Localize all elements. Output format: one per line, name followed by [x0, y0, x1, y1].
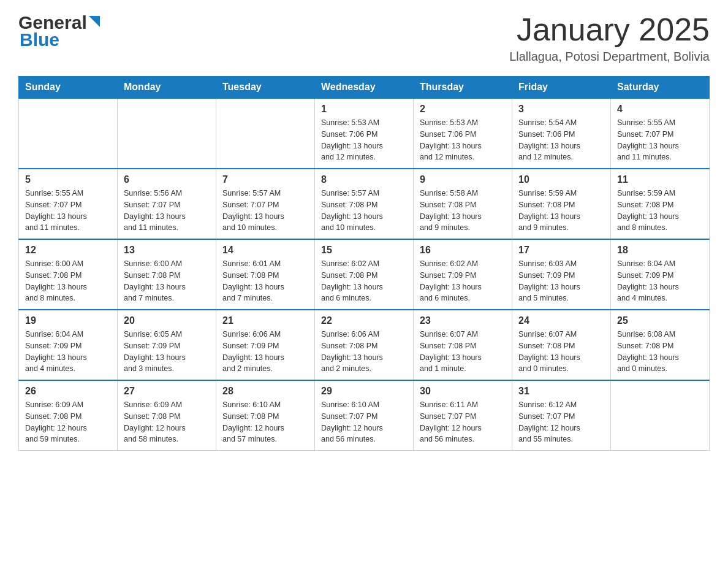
day-number: 24 — [518, 315, 604, 326]
calendar-cell: 9Sunrise: 5:58 AM Sunset: 7:08 PM Daylig… — [414, 169, 512, 239]
day-number: 28 — [222, 386, 308, 397]
day-number: 23 — [420, 315, 506, 326]
calendar-day-header-sunday: Sunday — [19, 77, 118, 99]
day-info: Sunrise: 6:00 AM Sunset: 7:08 PM Dayligh… — [124, 258, 210, 304]
day-info: Sunrise: 5:59 AM Sunset: 7:08 PM Dayligh… — [518, 188, 604, 234]
calendar-cell: 18Sunrise: 6:04 AM Sunset: 7:09 PM Dayli… — [611, 239, 710, 310]
day-number: 21 — [222, 315, 308, 326]
day-info: Sunrise: 6:07 AM Sunset: 7:08 PM Dayligh… — [420, 329, 506, 375]
calendar-cell: 10Sunrise: 5:59 AM Sunset: 7:08 PM Dayli… — [512, 169, 611, 239]
day-number: 20 — [124, 315, 210, 326]
calendar-cell — [216, 98, 315, 169]
calendar-day-header-saturday: Saturday — [611, 77, 710, 99]
day-info: Sunrise: 5:53 AM Sunset: 7:06 PM Dayligh… — [420, 117, 506, 163]
day-number: 4 — [617, 104, 703, 115]
calendar-cell: 29Sunrise: 6:10 AM Sunset: 7:07 PM Dayli… — [315, 380, 414, 451]
calendar-table: SundayMondayTuesdayWednesdayThursdayFrid… — [18, 76, 710, 451]
day-number: 5 — [25, 174, 111, 185]
day-number: 3 — [518, 104, 604, 115]
calendar-cell: 8Sunrise: 5:57 AM Sunset: 7:08 PM Daylig… — [315, 169, 414, 239]
day-info: Sunrise: 6:05 AM Sunset: 7:09 PM Dayligh… — [124, 329, 210, 375]
day-info: Sunrise: 6:06 AM Sunset: 7:08 PM Dayligh… — [321, 329, 407, 375]
day-number: 22 — [321, 315, 407, 326]
calendar-cell: 22Sunrise: 6:06 AM Sunset: 7:08 PM Dayli… — [315, 310, 414, 380]
calendar-week-row: 5Sunrise: 5:55 AM Sunset: 7:07 PM Daylig… — [19, 169, 710, 239]
calendar-cell: 25Sunrise: 6:08 AM Sunset: 7:08 PM Dayli… — [611, 310, 710, 380]
day-number: 30 — [420, 386, 506, 397]
day-number: 2 — [420, 104, 506, 115]
calendar-cell: 3Sunrise: 5:54 AM Sunset: 7:06 PM Daylig… — [512, 98, 611, 169]
day-info: Sunrise: 6:09 AM Sunset: 7:08 PM Dayligh… — [124, 399, 210, 445]
day-number: 18 — [617, 245, 703, 256]
day-number: 17 — [518, 245, 604, 256]
calendar-cell: 6Sunrise: 5:56 AM Sunset: 7:07 PM Daylig… — [118, 169, 216, 239]
calendar-cell: 1Sunrise: 5:53 AM Sunset: 7:06 PM Daylig… — [315, 98, 414, 169]
calendar-cell: 19Sunrise: 6:04 AM Sunset: 7:09 PM Dayli… — [19, 310, 118, 380]
day-info: Sunrise: 6:07 AM Sunset: 7:08 PM Dayligh… — [518, 329, 604, 375]
calendar-cell: 2Sunrise: 5:53 AM Sunset: 7:06 PM Daylig… — [414, 98, 512, 169]
day-number: 12 — [25, 245, 111, 256]
calendar-cell: 28Sunrise: 6:10 AM Sunset: 7:08 PM Dayli… — [216, 380, 315, 451]
day-number: 15 — [321, 245, 407, 256]
day-number: 11 — [617, 174, 703, 185]
calendar-day-header-friday: Friday — [512, 77, 611, 99]
day-info: Sunrise: 5:55 AM Sunset: 7:07 PM Dayligh… — [617, 117, 703, 163]
day-info: Sunrise: 6:01 AM Sunset: 7:08 PM Dayligh… — [222, 258, 308, 304]
month-title: January 2025 — [509, 12, 710, 47]
day-number: 8 — [321, 174, 407, 185]
day-info: Sunrise: 6:12 AM Sunset: 7:07 PM Dayligh… — [518, 399, 604, 445]
calendar-day-header-tuesday: Tuesday — [216, 77, 315, 99]
day-info: Sunrise: 6:10 AM Sunset: 7:08 PM Dayligh… — [222, 399, 308, 445]
svg-marker-0 — [89, 16, 100, 27]
calendar-day-header-monday: Monday — [118, 77, 216, 99]
day-number: 1 — [321, 104, 407, 115]
day-info: Sunrise: 5:59 AM Sunset: 7:08 PM Dayligh… — [617, 188, 703, 234]
location-subtitle: Llallagua, Potosi Department, Bolivia — [509, 50, 710, 64]
day-info: Sunrise: 6:03 AM Sunset: 7:09 PM Dayligh… — [518, 258, 604, 304]
day-info: Sunrise: 5:53 AM Sunset: 7:06 PM Dayligh… — [321, 117, 407, 163]
day-info: Sunrise: 6:09 AM Sunset: 7:08 PM Dayligh… — [25, 399, 111, 445]
calendar-cell: 13Sunrise: 6:00 AM Sunset: 7:08 PM Dayli… — [118, 239, 216, 310]
calendar-cell — [19, 98, 118, 169]
calendar-cell: 7Sunrise: 5:57 AM Sunset: 7:07 PM Daylig… — [216, 169, 315, 239]
day-info: Sunrise: 6:02 AM Sunset: 7:08 PM Dayligh… — [321, 258, 407, 304]
day-number: 25 — [617, 315, 703, 326]
calendar-week-row: 19Sunrise: 6:04 AM Sunset: 7:09 PM Dayli… — [19, 310, 710, 380]
calendar-cell: 12Sunrise: 6:00 AM Sunset: 7:08 PM Dayli… — [19, 239, 118, 310]
calendar-cell: 20Sunrise: 6:05 AM Sunset: 7:09 PM Dayli… — [118, 310, 216, 380]
calendar-cell: 31Sunrise: 6:12 AM Sunset: 7:07 PM Dayli… — [512, 380, 611, 451]
calendar-cell: 5Sunrise: 5:55 AM Sunset: 7:07 PM Daylig… — [19, 169, 118, 239]
day-number: 10 — [518, 174, 604, 185]
calendar-cell: 21Sunrise: 6:06 AM Sunset: 7:09 PM Dayli… — [216, 310, 315, 380]
calendar-cell: 16Sunrise: 6:02 AM Sunset: 7:09 PM Dayli… — [414, 239, 512, 310]
calendar-day-header-wednesday: Wednesday — [315, 77, 414, 99]
day-number: 31 — [518, 386, 604, 397]
day-info: Sunrise: 6:04 AM Sunset: 7:09 PM Dayligh… — [617, 258, 703, 304]
day-number: 14 — [222, 245, 308, 256]
page-header: General Blue January 2025 Llallagua, Pot… — [18, 12, 710, 64]
calendar-cell: 26Sunrise: 6:09 AM Sunset: 7:08 PM Dayli… — [19, 380, 118, 451]
calendar-cell: 17Sunrise: 6:03 AM Sunset: 7:09 PM Dayli… — [512, 239, 611, 310]
calendar-cell: 14Sunrise: 6:01 AM Sunset: 7:08 PM Dayli… — [216, 239, 315, 310]
day-number: 9 — [420, 174, 506, 185]
calendar-day-header-thursday: Thursday — [414, 77, 512, 99]
logo-blue-text: Blue — [20, 29, 59, 50]
day-info: Sunrise: 6:02 AM Sunset: 7:09 PM Dayligh… — [420, 258, 506, 304]
logo: General Blue — [18, 12, 101, 50]
day-info: Sunrise: 6:06 AM Sunset: 7:09 PM Dayligh… — [222, 329, 308, 375]
day-number: 13 — [124, 245, 210, 256]
day-info: Sunrise: 5:57 AM Sunset: 7:07 PM Dayligh… — [222, 188, 308, 234]
calendar-cell: 24Sunrise: 6:07 AM Sunset: 7:08 PM Dayli… — [512, 310, 611, 380]
day-number: 7 — [222, 174, 308, 185]
calendar-cell: 15Sunrise: 6:02 AM Sunset: 7:08 PM Dayli… — [315, 239, 414, 310]
calendar-cell — [118, 98, 216, 169]
calendar-week-row: 12Sunrise: 6:00 AM Sunset: 7:08 PM Dayli… — [19, 239, 710, 310]
calendar-cell — [611, 380, 710, 451]
day-info: Sunrise: 6:10 AM Sunset: 7:07 PM Dayligh… — [321, 399, 407, 445]
day-number: 6 — [124, 174, 210, 185]
day-info: Sunrise: 6:11 AM Sunset: 7:07 PM Dayligh… — [420, 399, 506, 445]
day-info: Sunrise: 5:54 AM Sunset: 7:06 PM Dayligh… — [518, 117, 604, 163]
day-number: 29 — [321, 386, 407, 397]
day-info: Sunrise: 5:55 AM Sunset: 7:07 PM Dayligh… — [25, 188, 111, 234]
day-info: Sunrise: 6:00 AM Sunset: 7:08 PM Dayligh… — [25, 258, 111, 304]
